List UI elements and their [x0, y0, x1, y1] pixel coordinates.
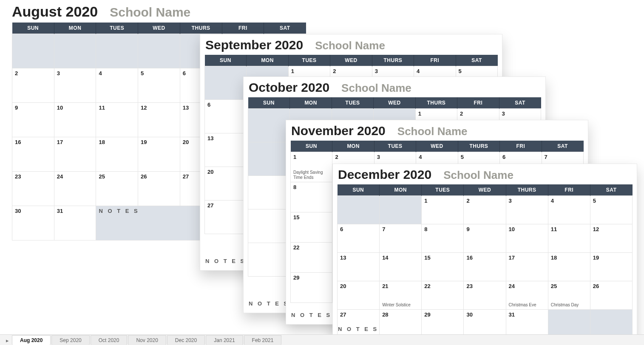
dow-header: MON [54, 23, 96, 34]
day-cell[interactable]: 20 [205, 167, 247, 201]
dow-header: THURS [415, 97, 457, 109]
day-cell[interactable]: 2 [12, 68, 54, 103]
dow-header: WED [416, 141, 458, 152]
event-label: Christmas Day [551, 303, 579, 308]
day-cell[interactable]: 27 [338, 310, 380, 338]
day-cell[interactable]: 1Daylight Saving Time Ends [291, 152, 332, 182]
day-cell[interactable]: 17 [54, 137, 96, 172]
day-cell[interactable]: 7 [380, 224, 422, 253]
day-cell[interactable] [548, 310, 590, 338]
day-cell[interactable]: 3 [54, 68, 96, 103]
day-cell[interactable]: 13 [338, 253, 380, 281]
day-cell[interactable]: 26 [590, 281, 632, 310]
day-cell[interactable]: 14 [380, 253, 422, 281]
sheet-tab[interactable]: Oct 2020 [91, 335, 128, 345]
day-cell[interactable]: 11 [96, 103, 138, 137]
day-cell[interactable]: 26 [138, 172, 180, 206]
dow-header: TUES [288, 55, 330, 66]
month-title: December 2020 [338, 167, 431, 182]
day-cell[interactable]: 20 [338, 281, 380, 310]
day-cell[interactable]: 1 [422, 196, 464, 224]
day-cell[interactable]: 22 [422, 281, 464, 310]
dow-header: SUN [12, 23, 54, 34]
day-cell[interactable] [248, 176, 290, 209]
day-cell[interactable]: 4 [96, 68, 138, 103]
month-title: September 2020 [205, 38, 303, 52]
day-cell[interactable] [205, 66, 247, 100]
dow-header: FRI [500, 141, 542, 152]
day-cell[interactable]: 30 [464, 310, 506, 338]
day-cell[interactable]: 16 [12, 137, 54, 172]
day-cell[interactable] [54, 34, 96, 68]
day-cell[interactable]: 10 [54, 103, 96, 137]
event-label: Daylight Saving Time Ends [293, 170, 332, 180]
tab-nav-prev-icon[interactable]: ▸ [3, 336, 12, 345]
day-cell[interactable]: 23 [12, 172, 54, 206]
day-cell[interactable]: 9 [464, 224, 506, 253]
day-cell[interactable]: 16 [464, 253, 506, 281]
sheet-tab[interactable]: Sep 2020 [51, 335, 89, 345]
day-cell[interactable]: 15 [422, 253, 464, 281]
day-cell[interactable]: 13 [205, 133, 247, 167]
day-cell[interactable]: 5 [138, 68, 180, 103]
day-cell[interactable]: 31 [506, 310, 548, 338]
dow-header: FRI [457, 97, 499, 109]
day-cell[interactable]: 6 [205, 100, 247, 133]
day-cell[interactable] [248, 243, 290, 277]
day-cell[interactable]: 5 [590, 196, 632, 224]
day-cell[interactable]: 21Winter Solstice [380, 281, 422, 310]
dow-header: MON [332, 141, 374, 152]
sheet-tab[interactable]: Jan 2021 [206, 335, 243, 345]
day-cell[interactable]: 3 [506, 196, 548, 224]
day-cell[interactable]: 25 [96, 172, 138, 206]
dow-header: SUN [205, 55, 247, 66]
sheet-tab[interactable]: Nov 2020 [128, 335, 166, 345]
dow-header: TUES [332, 97, 373, 109]
day-cell[interactable]: 18 [96, 137, 138, 172]
day-cell[interactable]: 18 [548, 253, 590, 281]
day-cell[interactable]: 15 [291, 212, 332, 243]
month-title: November 2020 [291, 124, 386, 138]
day-cell[interactable] [380, 196, 422, 224]
day-cell[interactable]: 29 [291, 273, 332, 303]
day-cell[interactable]: 2 [464, 196, 506, 224]
day-cell[interactable] [590, 310, 632, 338]
day-cell[interactable]: 24Christmas Eve [506, 281, 548, 310]
day-cell[interactable]: 19 [138, 137, 180, 172]
day-cell[interactable]: 9 [12, 103, 54, 137]
day-cell[interactable] [138, 34, 180, 68]
day-cell[interactable]: 12 [590, 224, 632, 253]
day-cell[interactable]: 6 [338, 224, 380, 253]
day-cell[interactable]: 8 [422, 224, 464, 253]
sheet-tab[interactable]: Feb 2021 [244, 335, 282, 345]
day-cell[interactable] [248, 109, 290, 142]
day-cell[interactable]: 28 [380, 310, 422, 338]
day-cell[interactable]: 31 [54, 206, 96, 240]
sheet-tab[interactable]: Dec 2020 [167, 335, 205, 345]
day-cell[interactable] [248, 209, 290, 243]
day-cell[interactable] [96, 34, 138, 68]
day-cell[interactable]: 19 [590, 253, 632, 281]
day-cell[interactable]: 11 [548, 224, 590, 253]
day-cell[interactable]: 22 [291, 243, 332, 273]
day-cell[interactable] [338, 196, 380, 224]
day-cell[interactable]: 23 [464, 281, 506, 310]
sheet-tab[interactable]: Aug 2020 [12, 335, 51, 345]
day-cell[interactable]: 24 [54, 172, 96, 206]
day-cell[interactable]: 4 [548, 196, 590, 224]
day-cell[interactable]: 30 [12, 206, 54, 240]
day-cell[interactable]: 27 [205, 201, 247, 234]
day-cell[interactable]: 10 [506, 224, 548, 253]
day-cell[interactable]: 17 [506, 253, 548, 281]
day-cell[interactable]: 25Christmas Day [548, 281, 590, 310]
dow-header: SUN [248, 97, 290, 109]
day-cell[interactable] [248, 142, 290, 176]
dow-header: WED [330, 55, 372, 66]
notes-label: N O T E S [249, 300, 289, 307]
dow-header: SAT [264, 23, 306, 34]
day-cell[interactable]: 29 [422, 310, 464, 338]
dow-header: MON [247, 55, 288, 66]
day-cell[interactable]: 8 [291, 182, 332, 212]
day-cell[interactable]: 12 [138, 103, 180, 137]
day-cell[interactable] [12, 34, 54, 68]
